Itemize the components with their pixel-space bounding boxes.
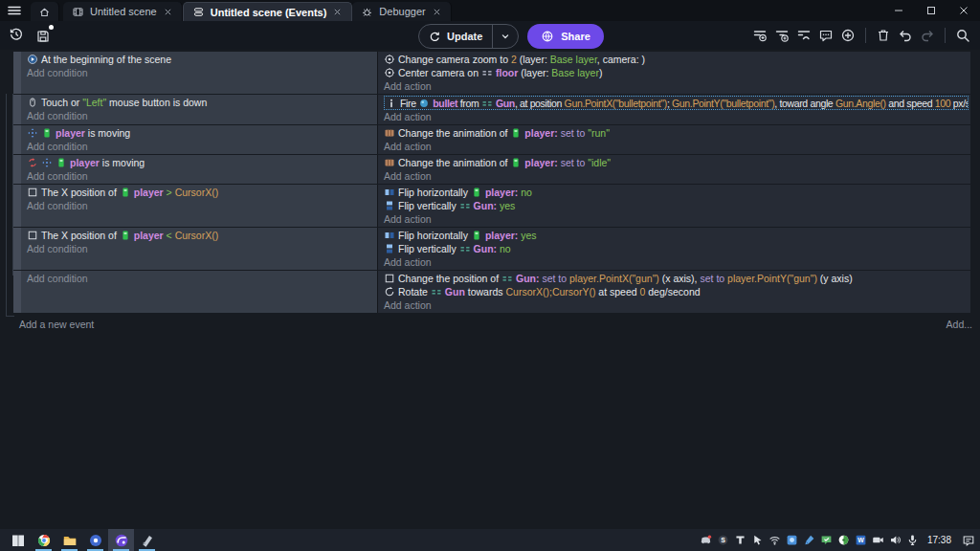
version-history-icon[interactable] [9,27,24,42]
save-button[interactable] [35,27,51,44]
tray-cursor-icon[interactable] [751,534,764,546]
add-more-link[interactable]: Add... [947,319,972,330]
tab-untitled-scene[interactable]: Untitled scene [63,2,183,21]
action-line[interactable]: Change the position of Gun: set to playe… [384,272,969,285]
tray-tool-icon[interactable] [734,534,746,546]
taskbar-app-files[interactable] [56,529,82,551]
move-icon [27,127,38,139]
add-condition-link[interactable]: Add condition [27,169,377,183]
sprite-icon [41,127,53,139]
add-condition-link[interactable]: Add condition [27,140,377,153]
tab-untitled-scene-events-[interactable]: Untitled scene (Events) [183,2,353,21]
condition-line[interactable]: The X position of player > CursorX() [27,186,377,199]
add-circle-icon[interactable] [840,28,856,43]
tab-debugger[interactable]: Debugger [352,2,451,21]
update-button[interactable]: Update [418,24,519,49]
taskbar-app-chrome[interactable] [31,529,56,551]
add-condition-link[interactable]: Add condition [27,242,377,255]
trash-icon[interactable] [876,28,891,43]
close-button[interactable] [947,0,980,21]
add-action-link[interactable]: Add action [384,169,969,183]
tray-chat-icon[interactable] [820,534,833,546]
action-line[interactable]: Flip vertically Gun: yes [384,199,969,212]
tray-word-icon[interactable]: W [855,534,867,546]
action-line[interactable]: Rotate Gun towards CursorX();CursorY() a… [384,285,969,298]
action-line[interactable]: Change camera zoom to 2 (layer: Base lay… [384,53,969,66]
conditions-cell: player is movingAdd condition [21,125,377,154]
condition-line[interactable]: Touch or "Left" mouse button is down [27,96,377,109]
search-icon[interactable] [955,28,970,43]
add-condition-link[interactable]: Add condition [27,66,377,79]
event-drag-handle[interactable] [13,52,21,94]
toolbar-center-group: Update Share [418,24,604,49]
add-action-link[interactable]: Add action [384,298,969,312]
action-line[interactable]: Flip horizontally player: no [384,186,969,199]
event-row: The X position of player > CursorX()Add … [13,185,970,227]
tray-weather-icon[interactable] [786,534,798,546]
event-drag-handle[interactable] [13,95,21,124]
add-action-link[interactable]: Add action [384,255,969,269]
tab-home[interactable] [31,2,59,21]
tab-close-icon[interactable] [432,7,442,17]
event-drag-handle[interactable] [13,155,21,184]
action-line[interactable]: Flip horizontally player: yes [384,229,969,242]
globe-icon [541,30,554,43]
tiled-icon [481,98,493,109]
add-action-link[interactable]: Add action [384,140,969,153]
hamburger-menu-button[interactable] [0,0,29,21]
share-button[interactable]: Share [527,24,604,49]
tray-mic-icon[interactable] [906,534,919,546]
tray-wifi-icon[interactable] [768,534,781,546]
taskbar-app-gdevelop[interactable] [108,529,134,551]
add-condition-link[interactable]: Add condition [27,199,377,212]
action-line[interactable]: Change the animation of player: set to "… [384,156,969,169]
add-action-link[interactable]: Add action [384,212,969,226]
tab-close-icon[interactable] [332,7,343,17]
home-icon [38,6,51,18]
add-subevent-icon[interactable] [774,28,790,43]
event-tree-guide [6,94,7,316]
add-action-link[interactable]: Add action [384,110,969,123]
tiled-icon [459,243,471,254]
action-line[interactable]: Change the animation of player: set to "… [384,126,969,140]
condition-line[interactable]: player is moving [27,156,377,169]
debugger-tab-icon [361,6,373,18]
event-drag-handle[interactable] [13,125,21,154]
tray-discord-icon[interactable] [700,534,712,546]
maximize-button[interactable] [915,0,947,21]
event-drag-handle[interactable] [13,228,21,270]
tiled-icon [501,273,513,284]
tray-recorder-icon[interactable] [872,534,884,546]
tray-antivirus-icon[interactable] [837,534,850,546]
minimize-icon [892,4,905,17]
taskbar-app-discord-app[interactable] [82,529,108,551]
tray-paint-icon[interactable] [803,534,815,546]
tab-close-icon[interactable] [163,7,173,17]
notifications-icon[interactable] [962,534,975,547]
add-condition-link[interactable]: Add condition [27,272,377,285]
add-condition-link[interactable]: Add condition [27,109,377,122]
add-event-icon[interactable] [752,28,768,43]
comment-icon[interactable] [818,28,834,43]
add-action-link[interactable]: Add action [384,79,969,93]
rotate-icon [384,286,395,298]
condition-line[interactable]: player is moving [27,126,377,140]
tray-skype-icon[interactable]: S [717,534,729,546]
event-drag-handle[interactable] [13,185,21,227]
tray-volume-icon[interactable] [889,534,902,546]
minimize-button[interactable] [882,0,915,21]
update-dropdown-button[interactable] [493,31,518,42]
redo-icon[interactable] [920,28,935,43]
condition-line[interactable]: The X position of player < CursorX() [27,229,377,242]
taskbar-clock[interactable]: 17:38 [927,535,951,545]
action-line[interactable]: Fire bullet from Gun, at position Gun.Po… [384,96,969,110]
condition-line[interactable]: At the beginning of the scene [27,53,377,66]
undo-icon[interactable] [898,28,913,43]
action-line[interactable]: Flip vertically Gun: no [384,242,969,255]
add-new-event-link[interactable]: Add a new event [19,319,94,330]
taskbar-app-notes[interactable] [134,529,160,551]
taskbar-app-start[interactable] [5,529,31,551]
add-other-event-icon[interactable] [796,28,812,43]
event-drag-handle[interactable] [13,271,21,313]
action-line[interactable]: Center camera on floor (layer: Base laye… [384,66,969,79]
